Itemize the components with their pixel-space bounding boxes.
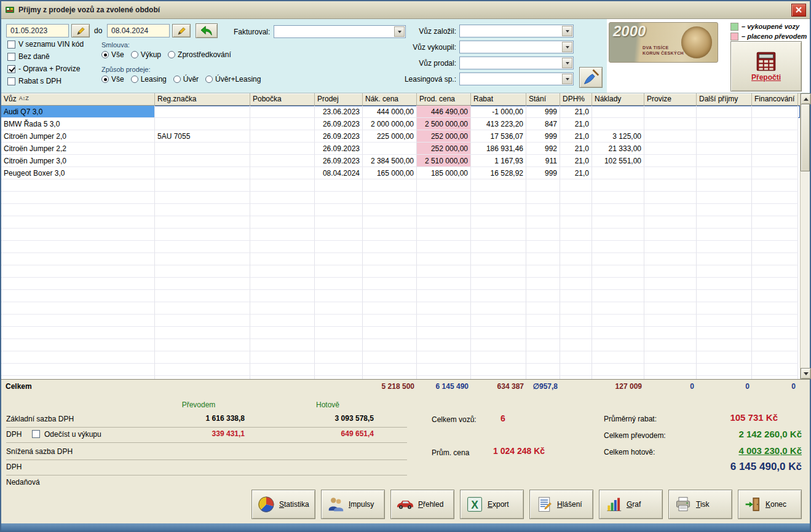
checkbox-box[interactable]: [7, 41, 15, 49]
table-cell[interactable]: 2 384 500,00: [363, 155, 417, 167]
table-cell[interactable]: 21,0: [560, 106, 592, 118]
table-cell[interactable]: Audi Q7 3,0: [1, 106, 155, 118]
column-header-rabat[interactable]: Rabat: [471, 93, 526, 105]
radio-circle[interactable]: [205, 76, 213, 83]
table-cell[interactable]: [644, 143, 697, 155]
radio-circle[interactable]: [173, 76, 181, 83]
table-row[interactable]: Audi Q7 3,023.06.2023444 000,00446 490,0…: [1, 106, 800, 118]
table-cell[interactable]: 847: [526, 118, 560, 130]
table-row[interactable]: Citroën Jumper 2,226.09.2023252 000,0018…: [1, 143, 800, 155]
table-cell[interactable]: [752, 167, 798, 179]
column-header-stani[interactable]: Stání: [526, 93, 560, 105]
table-cell[interactable]: 911: [526, 155, 560, 167]
table-cell[interactable]: [155, 106, 250, 118]
table-cell[interactable]: [250, 143, 315, 155]
v-seznamu-vin-kod-checkbox[interactable]: V seznamu VIN kód: [7, 40, 84, 49]
table-cell[interactable]: [250, 130, 315, 143]
konec-button[interactable]: Konec: [738, 490, 802, 519]
table-row[interactable]: Citroën Jumper 2,05AU 705526.09.2023225 …: [1, 130, 800, 143]
table-cell[interactable]: 5AU 7055: [155, 130, 250, 143]
table-cell[interactable]: Citroën Jumper 3,0: [1, 155, 155, 167]
table-cell[interactable]: [155, 167, 250, 179]
column-header-provize[interactable]: Provize: [644, 93, 697, 105]
scroll-down-button[interactable]: [801, 368, 811, 379]
clear-filters-button[interactable]: [579, 67, 603, 88]
table-cell[interactable]: 21,0: [560, 167, 592, 179]
table-cell[interactable]: [155, 118, 250, 130]
table-cell[interactable]: [752, 155, 798, 167]
column-header-reg-znacka[interactable]: Reg.značka: [155, 93, 250, 105]
table-row[interactable]: Citroën Jumper 3,026.09.20232 384 500,00…: [1, 155, 800, 167]
table-cell[interactable]: Citroën Jumper 2,2: [1, 143, 155, 155]
prehled-button[interactable]: Přehled: [390, 490, 454, 519]
column-header-pobocka[interactable]: Pobočka: [250, 93, 315, 105]
table-cell[interactable]: [697, 143, 752, 155]
column-header-nak-cena[interactable]: Nák. cena: [363, 93, 417, 105]
odecist-u-vykupu-checkbox[interactable]: [32, 430, 40, 438]
table-cell[interactable]: [592, 106, 644, 118]
table-cell[interactable]: [644, 130, 697, 143]
table-cell[interactable]: [752, 130, 798, 143]
table-cell[interactable]: 23.06.2023: [315, 106, 363, 118]
table-cell[interactable]: 21,0: [560, 130, 592, 143]
statistika-button[interactable]: Statistika: [251, 490, 315, 519]
table-cell[interactable]: 2 510 000,00: [417, 155, 471, 167]
table-cell[interactable]: 26.09.2023: [315, 155, 363, 167]
table-cell[interactable]: 999: [526, 130, 560, 143]
chevron-down-icon[interactable]: [562, 58, 572, 68]
column-header-dph[interactable]: DPH%: [560, 93, 592, 105]
table-cell[interactable]: [644, 106, 697, 118]
table-cell[interactable]: Citroën Jumper 2,0: [1, 130, 155, 143]
vuz-prodal-dropdown[interactable]: [459, 57, 574, 69]
table-cell[interactable]: 2 500 000,00: [417, 118, 471, 130]
titlebar[interactable]: Příjmy z prodeje vozů za zvolené období: [1, 1, 810, 19]
scroll-up-button[interactable]: [801, 93, 811, 104]
table-cell[interactable]: [644, 167, 697, 179]
table-cell[interactable]: [250, 167, 315, 179]
table-cell[interactable]: 26.09.2023: [315, 130, 363, 143]
checkbox-box[interactable]: [7, 65, 15, 73]
column-header-prodej[interactable]: Prodej: [315, 93, 363, 105]
previous-period-button[interactable]: [196, 23, 218, 38]
edit-date-from-button[interactable]: [71, 24, 90, 37]
table-cell[interactable]: [644, 118, 697, 130]
chevron-down-icon[interactable]: [562, 26, 572, 36]
date-to-input[interactable]: 08.04.2024: [107, 24, 170, 37]
table-cell[interactable]: 17 536,07: [471, 130, 526, 143]
table-cell[interactable]: [752, 106, 798, 118]
table-cell[interactable]: 3 125,00: [592, 130, 644, 143]
table-cell[interactable]: -1 000,00: [471, 106, 526, 118]
zpusob-uver-radio[interactable]: Úvěr: [173, 75, 199, 84]
table-cell[interactable]: [592, 167, 644, 179]
fakturoval-dropdown[interactable]: [274, 25, 406, 38]
column-header-naklady[interactable]: Náklady: [592, 93, 644, 105]
hlaseni-button[interactable]: Hlášení: [529, 490, 593, 519]
zpusob-vse-radio[interactable]: Vše: [101, 75, 124, 84]
column-header-financovani[interactable]: Financování: [752, 93, 798, 105]
radio-circle[interactable]: [168, 51, 175, 58]
checkbox-box[interactable]: [7, 53, 15, 61]
zpusob-leasing-radio[interactable]: Leasing: [131, 75, 167, 84]
table-cell[interactable]: [644, 155, 697, 167]
rabat-s-dph-checkbox[interactable]: Rabat s DPH: [7, 77, 84, 85]
radio-circle[interactable]: [101, 51, 109, 58]
table-cell[interactable]: 992: [526, 143, 560, 155]
table-cell[interactable]: [250, 118, 315, 130]
sort-icon[interactable]: A↕Z: [19, 95, 29, 101]
table-cell[interactable]: [155, 155, 250, 167]
table-cell[interactable]: [155, 143, 250, 155]
table-cell[interactable]: 21,0: [560, 155, 592, 167]
table-cell[interactable]: [697, 118, 752, 130]
table-cell[interactable]: [752, 118, 798, 130]
zpusob-uver-leasing-radio[interactable]: Úvěr+Leasing: [205, 75, 261, 84]
table-cell[interactable]: BMW Řada 5 3,0: [1, 118, 155, 130]
vuz-vykoupil-dropdown[interactable]: [459, 41, 574, 53]
table-cell[interactable]: 08.04.2024: [315, 167, 363, 179]
column-header-prod-cena[interactable]: Prod. cena: [417, 93, 471, 105]
edit-date-to-button[interactable]: [172, 24, 191, 37]
smlouva-vykup-radio[interactable]: Výkup: [131, 50, 161, 59]
table-cell[interactable]: [752, 143, 798, 155]
oprava-provize-checkbox[interactable]: - Oprava + Provize: [7, 65, 84, 73]
table-cell[interactable]: 185 000,00: [417, 167, 471, 179]
prepocti-button[interactable]: Přepočti: [730, 41, 802, 92]
